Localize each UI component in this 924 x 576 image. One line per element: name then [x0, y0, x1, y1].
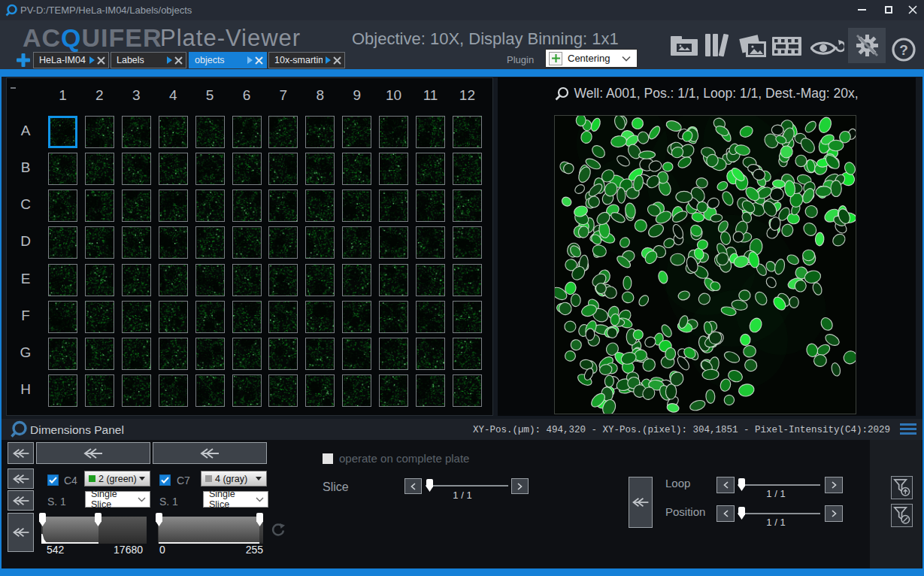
well-E2[interactable]: [85, 264, 114, 296]
loop-slider-handle[interactable]: [738, 478, 745, 491]
well-C12[interactable]: [453, 189, 482, 222]
panel-menu-icon[interactable]: [900, 423, 916, 437]
well-E12[interactable]: [453, 264, 482, 296]
well-B7[interactable]: [268, 153, 298, 185]
well-D4[interactable]: [159, 226, 188, 259]
collapse-row3-button[interactable]: [8, 490, 34, 511]
well-A10[interactable]: [379, 116, 408, 148]
collapse-loop-position-button[interactable]: [629, 477, 653, 528]
well-E5[interactable]: [195, 264, 225, 296]
well-A7[interactable]: [268, 116, 298, 148]
well-A9[interactable]: [342, 116, 371, 148]
well-H12[interactable]: [453, 374, 482, 407]
well-E1[interactable]: [48, 264, 77, 296]
tab-close-icon[interactable]: [97, 56, 105, 65]
well-D8[interactable]: [305, 226, 335, 259]
well-G3[interactable]: [122, 338, 151, 370]
settings-button-active[interactable]: [848, 28, 886, 63]
well-G8[interactable]: [305, 338, 335, 370]
well-C7[interactable]: [268, 189, 298, 222]
well-detail-image[interactable]: [554, 115, 856, 414]
well-G2[interactable]: [85, 338, 114, 370]
well-E9[interactable]: [342, 264, 371, 296]
folder-images-icon[interactable]: [670, 35, 698, 57]
well-E7[interactable]: [268, 264, 298, 296]
position-slider-handle[interactable]: [738, 507, 745, 520]
well-H5[interactable]: [195, 374, 225, 407]
tab-HeLa-IM04[interactable]: HeLa-IM04: [33, 52, 109, 68]
well-H4[interactable]: [159, 374, 188, 407]
well-D9[interactable]: [342, 226, 371, 259]
well-G6[interactable]: [232, 338, 262, 370]
well-G1[interactable]: [48, 338, 77, 370]
well-C11[interactable]: [416, 189, 445, 222]
well-E3[interactable]: [122, 264, 151, 296]
tab-open-arrow-icon[interactable]: [326, 56, 331, 64]
well-H11[interactable]: [416, 374, 445, 407]
reset-range-icon[interactable]: [270, 523, 286, 538]
well-H2[interactable]: [85, 374, 114, 407]
well-D5[interactable]: [195, 226, 225, 259]
well-C8[interactable]: [305, 189, 335, 222]
well-G7[interactable]: [268, 338, 298, 370]
well-A2[interactable]: [85, 116, 114, 148]
well-H10[interactable]: [379, 374, 408, 407]
well-D11[interactable]: [416, 226, 445, 259]
channel-c4-slice-mode-select[interactable]: Single Slice: [85, 491, 150, 508]
well-F12[interactable]: [453, 301, 482, 333]
close-button[interactable]: [901, 0, 924, 20]
tab-close-icon[interactable]: [255, 56, 263, 65]
channel-c7-checkbox[interactable]: [159, 474, 171, 486]
well-F10[interactable]: [379, 301, 408, 333]
position-next-button[interactable]: [825, 505, 843, 522]
loop-next-button[interactable]: [825, 477, 843, 493]
well-C5[interactable]: [195, 189, 225, 222]
channel-c7-slice-mode-select[interactable]: Single Slice: [203, 491, 268, 508]
well-B5[interactable]: [195, 153, 225, 185]
well-H3[interactable]: [122, 374, 151, 407]
well-B9[interactable]: [342, 153, 371, 185]
well-B12[interactable]: [453, 153, 482, 185]
well-D12[interactable]: [453, 226, 482, 259]
well-B3[interactable]: [122, 153, 151, 185]
well-F2[interactable]: [85, 301, 114, 333]
well-D7[interactable]: [268, 226, 298, 259]
tab-Labels[interactable]: Labels: [111, 52, 186, 68]
well-D3[interactable]: [122, 226, 151, 259]
collapse-channel2-button[interactable]: [153, 442, 267, 464]
well-E10[interactable]: [379, 264, 408, 296]
well-H7[interactable]: [268, 374, 298, 407]
loop-slider-track[interactable]: [738, 484, 820, 486]
well-H8[interactable]: [305, 374, 335, 407]
well-F4[interactable]: [159, 301, 188, 333]
well-D10[interactable]: [379, 226, 408, 259]
well-B2[interactable]: [85, 153, 114, 185]
help-icon[interactable]: ?: [891, 37, 916, 62]
filter-upload-button[interactable]: [891, 476, 913, 499]
well-G12[interactable]: [453, 338, 482, 370]
well-B11[interactable]: [416, 153, 445, 185]
well-E11[interactable]: [416, 264, 445, 296]
channel-c4-checkbox[interactable]: [47, 474, 59, 486]
well-F9[interactable]: [342, 301, 371, 333]
well-A5[interactable]: [195, 116, 225, 148]
well-B1[interactable]: [48, 153, 77, 185]
well-G10[interactable]: [379, 338, 408, 370]
well-D6[interactable]: [232, 226, 262, 259]
tab-open-arrow-icon[interactable]: [89, 56, 95, 64]
filter-history-button[interactable]: [891, 504, 913, 527]
film-strip-icon[interactable]: [772, 36, 802, 56]
well-D2[interactable]: [85, 226, 114, 259]
well-A3[interactable]: [122, 116, 151, 148]
well-F7[interactable]: [268, 301, 298, 333]
well-E8[interactable]: [305, 264, 335, 296]
well-F8[interactable]: [305, 301, 335, 333]
plugin-select[interactable]: Centering: [545, 49, 638, 68]
tab-10x-smartimaging[interactable]: 10x-smartimaging: [268, 52, 345, 68]
well-E4[interactable]: [159, 264, 188, 296]
tab-open-arrow-icon[interactable]: [167, 56, 172, 64]
collapse-row1-button[interactable]: [8, 442, 34, 464]
well-F5[interactable]: [195, 301, 225, 333]
tab-close-icon[interactable]: [174, 56, 183, 65]
collapse-row2-button[interactable]: [8, 468, 34, 489]
